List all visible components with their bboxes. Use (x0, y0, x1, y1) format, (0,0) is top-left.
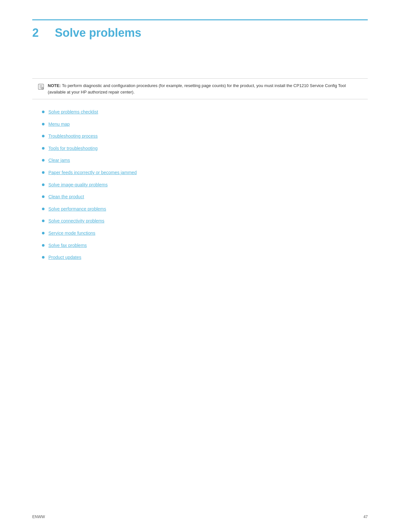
list-item: Tools for troubleshooting (42, 145, 368, 152)
list-item: Product updates (42, 254, 368, 261)
toc-list: Solve problems checklistMenu mapTroubles… (42, 109, 368, 261)
list-item: Paper feeds incorrectly or becomes jamme… (42, 170, 368, 176)
bullet-dot (42, 183, 45, 186)
footer-left: ENWW (32, 515, 45, 519)
toc-link-1[interactable]: Menu map (48, 121, 70, 128)
list-item: Service mode functions (42, 230, 368, 237)
bullet-dot (42, 195, 45, 198)
list-item: Clean the product (42, 194, 368, 200)
toc-link-11[interactable]: Solve fax problems (48, 242, 87, 249)
bullet-dot (42, 147, 45, 150)
list-item: Solve image-quality problems (42, 182, 368, 188)
note-box: NOTE: To perform diagnostic and configur… (32, 78, 368, 99)
bullet-dot (42, 208, 45, 210)
list-item: Clear jams (42, 157, 368, 164)
note-content: NOTE: To perform diagnostic and configur… (48, 83, 363, 95)
note-icon (37, 83, 45, 91)
list-item: Troubleshooting process (42, 133, 368, 140)
list-item: Solve problems checklist (42, 109, 368, 115)
bullet-dot (42, 220, 45, 222)
list-item: Menu map (42, 121, 368, 128)
footer-right: 47 (364, 515, 368, 519)
list-item: Solve connectivity problems (42, 218, 368, 224)
footer: ENWW 47 (32, 515, 368, 519)
bullet-dot (42, 123, 45, 125)
bullet-dot (42, 159, 45, 162)
bullet-dot (42, 256, 45, 259)
toc-link-9[interactable]: Solve connectivity problems (48, 218, 105, 224)
bullet-dot (42, 171, 45, 174)
chapter-number: 2 (32, 26, 45, 40)
note-label: NOTE: (48, 83, 62, 88)
chapter-title: Solve problems (55, 26, 141, 40)
toc-link-5[interactable]: Paper feeds incorrectly or becomes jamme… (48, 170, 137, 176)
bullet-dot (42, 244, 45, 247)
toc-link-2[interactable]: Troubleshooting process (48, 133, 98, 140)
page-container: 2 Solve problems NOTE: To perform diagno… (0, 0, 400, 532)
bullet-dot (42, 135, 45, 137)
toc-link-12[interactable]: Product updates (48, 254, 81, 261)
list-item: Solve performance problems (42, 206, 368, 212)
toc-link-7[interactable]: Clean the product (48, 194, 84, 200)
toc-link-8[interactable]: Solve performance problems (48, 206, 106, 212)
toc-link-0[interactable]: Solve problems checklist (48, 109, 98, 115)
list-item: Solve fax problems (42, 242, 368, 249)
toc-link-10[interactable]: Service mode functions (48, 230, 95, 237)
toc-link-4[interactable]: Clear jams (48, 157, 70, 164)
bullet-dot (42, 111, 45, 113)
chapter-header: 2 Solve problems (32, 19, 368, 40)
toc-link-3[interactable]: Tools for troubleshooting (48, 145, 98, 152)
bullet-dot (42, 232, 45, 234)
toc-link-6[interactable]: Solve image-quality problems (48, 182, 108, 188)
